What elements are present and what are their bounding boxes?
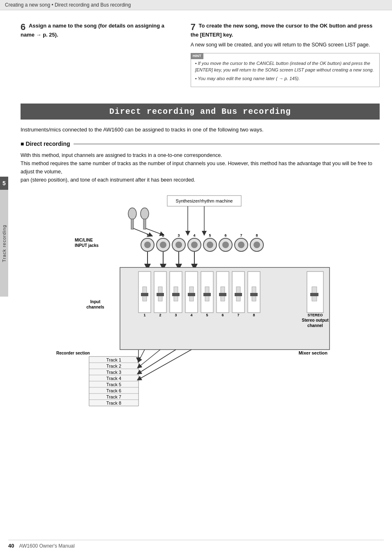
svg-line-104 (139, 350, 191, 379)
svg-text:Track 8: Track 8 (106, 401, 121, 405)
hint-label: HINT (191, 53, 203, 60)
svg-rect-63 (235, 293, 242, 296)
svg-text:channel: channel (307, 323, 323, 328)
svg-text:Synthesizer/rhythm machine: Synthesizer/rhythm machine (176, 198, 233, 203)
svg-text:Input: Input (90, 299, 101, 304)
section-title-banner: Direct recording and Bus recording (21, 104, 380, 120)
svg-text:Track 1: Track 1 (106, 357, 121, 362)
svg-text:Track 5: Track 5 (106, 382, 121, 387)
svg-text:7: 7 (240, 233, 242, 237)
svg-rect-60 (219, 293, 226, 296)
svg-point-2 (128, 208, 136, 219)
svg-point-31 (222, 242, 229, 248)
svg-point-29 (207, 242, 213, 248)
hint-item-1: If you move the cursor to the CANCEL but… (195, 60, 375, 74)
svg-text:Stereo output: Stereo output (302, 318, 329, 322)
footer: 40 AW1600 Owner's Manual (8, 540, 384, 549)
svg-text:8: 8 (256, 233, 258, 237)
svg-point-4 (141, 208, 149, 219)
step7-body: A new song will be created, and you will… (191, 41, 380, 49)
hint-content: If you move the cursor to the CANCEL but… (195, 60, 375, 82)
subsection-title: Direct recording (25, 140, 70, 147)
svg-text:6: 6 (224, 233, 226, 237)
step6-title: Assign a name to the song (for details o… (21, 23, 164, 38)
side-tab-label: Track recording (0, 190, 8, 297)
page-number: 40 (8, 543, 14, 549)
svg-text:4: 4 (193, 233, 195, 237)
svg-text:2: 2 (159, 313, 161, 317)
svg-text:8: 8 (253, 313, 255, 317)
svg-rect-51 (172, 293, 180, 296)
step-7: 7 To create the new song, move the curso… (191, 23, 380, 87)
svg-text:6: 6 (221, 313, 224, 317)
svg-point-27 (191, 242, 198, 248)
svg-point-35 (254, 242, 260, 248)
svg-rect-3 (131, 219, 134, 229)
hint-box: HINT If you move the cursor to the CANCE… (191, 53, 380, 88)
svg-text:Recorder section: Recorder section (56, 351, 90, 355)
svg-rect-48 (157, 293, 164, 296)
svg-text:Mixer section: Mixer section (299, 350, 328, 355)
svg-text:3: 3 (175, 313, 177, 317)
svg-rect-57 (203, 293, 211, 296)
chapter-number-tab: 5 (0, 177, 8, 190)
footer-product: AW1600 Owner's Manual (19, 543, 74, 549)
svg-text:4: 4 (190, 313, 192, 317)
svg-rect-5 (143, 219, 146, 229)
svg-line-102 (139, 350, 160, 367)
svg-text:Track 4: Track 4 (106, 376, 121, 381)
svg-point-25 (175, 242, 182, 248)
section-intro: Instruments/mics connected to the AW1600… (21, 126, 380, 134)
svg-text:channels: channels (86, 305, 104, 309)
step6-number: 6 (21, 22, 25, 32)
svg-rect-45 (141, 293, 148, 296)
steps-section: 6 Assign a name to the song (for details… (21, 10, 380, 95)
svg-text:1: 1 (143, 313, 145, 317)
step7-number: 7 (191, 22, 196, 32)
svg-text:INPUT jacks: INPUT jacks (75, 243, 99, 248)
svg-text:Track 2: Track 2 (106, 364, 121, 368)
svg-text:MIC/LINE: MIC/LINE (75, 238, 93, 242)
svg-point-23 (160, 242, 166, 248)
svg-rect-66 (250, 293, 258, 296)
svg-text:1: 1 (146, 233, 148, 237)
svg-rect-54 (188, 293, 195, 296)
svg-text:7: 7 (237, 313, 239, 317)
svg-point-33 (238, 242, 244, 248)
diagram-svg: Synthesizer/rhythm machine MIC/LINE INPU… (56, 192, 344, 410)
svg-text:Track 7: Track 7 (106, 394, 121, 399)
step7-title: To create the new song, move the cursor … (191, 23, 373, 38)
hint-item-2: You may also edit the song name later ( … (195, 75, 375, 82)
svg-point-21 (144, 242, 151, 248)
svg-text:3: 3 (178, 233, 180, 237)
diagram-container: Synthesizer/rhythm machine MIC/LINE INPU… (56, 192, 344, 410)
svg-text:STEREO: STEREO (307, 313, 323, 317)
svg-line-101 (139, 350, 145, 361)
svg-text:Track 3: Track 3 (106, 370, 121, 375)
subsection-header: ■ Direct recording (21, 140, 380, 147)
header-breadcrumb: Creating a new song • Direct recording a… (0, 0, 392, 10)
step-6: 6 Assign a name to the song (for details… (21, 23, 178, 87)
svg-rect-69 (310, 293, 318, 296)
svg-text:5: 5 (209, 233, 211, 237)
svg-text:2: 2 (162, 233, 164, 237)
svg-text:5: 5 (206, 313, 208, 317)
subsection-body: With this method, input channels are ass… (21, 151, 380, 184)
svg-text:Track 6: Track 6 (106, 388, 121, 393)
